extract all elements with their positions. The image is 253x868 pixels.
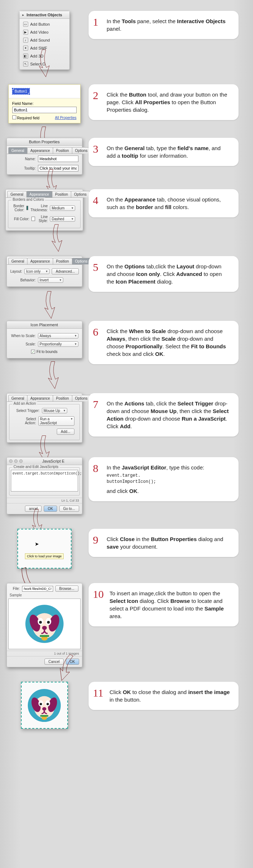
field-name-input[interactable] [12,107,77,113]
instruction-3: 3 On the General tab, type the field's n… [89,138,239,166]
instruction-6: 6 Click the When to Scale drop-down and … [89,321,239,364]
field-name-label: Field Name: [12,101,77,106]
ok-button[interactable]: OK [66,659,79,665]
tab-position[interactable]: Position [53,147,72,154]
select-icon-dialog: File:Browse... Sample 1 out of 1 images … [7,583,82,667]
icon-placement-dialog: Icon Placement When to Scale:Always Scal… [7,321,82,358]
instruction-8: 8 In the JavaScript Editor, type this co… [89,457,239,501]
panel-header: ▸Interactive Objects [20,11,69,19]
tab-position[interactable]: Position [53,258,72,264]
browse-button[interactable]: Browse... [55,586,78,592]
instruction-5: 5 On the Options tab,click the Layout dr… [89,256,239,292]
video-icon: ▶ [23,30,28,35]
tab-general[interactable]: General [8,258,28,264]
tab-position[interactable]: Position [52,191,72,197]
instruction-9: 9 Click Close in the Button Properties d… [89,529,239,557]
tab-general[interactable]: General [8,395,28,401]
thickness-select[interactable]: Medium [50,205,75,211]
instruction-2: 2 Click the Button tool, and draw your b… [89,84,239,120]
button-canvas: Button1 [9,85,80,98]
required-field-row[interactable]: Required field [12,115,40,120]
goto-button[interactable]: Go to... [59,506,79,512]
fit-to-bounds-checkbox[interactable]: ✓ [31,350,35,354]
border-color-swatch[interactable] [26,206,28,210]
tool-add-sound[interactable]: ♪Add Sound [20,36,69,44]
dialog-title: Button Properties [7,138,82,146]
dog-image [27,688,61,723]
name-input[interactable] [38,156,78,162]
file-path-input[interactable] [22,586,53,592]
instruction-1: 1 In the Tools pane, select the Interact… [89,11,239,39]
fill-color-swatch[interactable] [31,217,35,221]
button-properties-actions: General Appearance Position Options Acti… [7,393,82,443]
tab-position[interactable]: Position [53,395,72,401]
scale-select[interactable]: Proportionally [38,341,78,347]
image-count: 1 out of 1 images [7,651,82,656]
tool-select-object[interactable]: ↖Select O [20,60,69,68]
interactive-objects-panel: ▸Interactive Objects ▭Add Button ▶Add Vi… [19,11,70,70]
button-properties-general: Button Properties General Appearance Pos… [7,138,82,175]
tab-appearance[interactable]: Appearance [27,147,53,154]
checkbox-icon [12,115,16,119]
cube-icon: ◧ [23,54,28,59]
dialog-title: Icon Placement [7,321,82,329]
cursor-icon: ➤ [35,541,39,547]
tool-add-3d[interactable]: ◧Add 3D [20,52,69,60]
field-name-panel: Button1 Field Name: Required field All P… [8,84,81,123]
sample-area [8,599,81,649]
button-preview[interactable]: Button1 [12,88,30,94]
add-button[interactable]: Add... [57,429,74,435]
dog-image [25,604,64,644]
button-placeholder[interactable]: ➤ Click to load your image [17,529,72,569]
instruction-10: 10 To insert an image,click the button t… [89,583,239,626]
js-textarea[interactable]: event.target.buttonImportIcon(); [11,470,78,492]
button-properties-options: General Appearance Position Options Acti… [7,256,82,287]
ok-button[interactable]: OK [44,506,57,512]
button-icon: ▭ [23,22,28,27]
trigger-select[interactable]: Mouse Up [42,408,67,413]
javascript-editor-dialog: JavaScript E Create and Edit JavaScripts… [7,457,82,514]
instruction-4: 4 On the Appearance tab, choose visual o… [89,189,239,217]
tab-appearance[interactable]: Appearance [27,395,53,401]
status-line: Ln 1, Col 33 [7,498,82,503]
swf-icon: ✦ [23,46,28,51]
instruction-11: 11 Click OK to close the dialog and inse… [89,682,239,710]
button-with-image[interactable] [21,682,68,729]
tab-general[interactable]: General [7,191,27,197]
tool-add-video[interactable]: ▶Add Video [20,28,69,36]
tool-add-button[interactable]: ▭Add Button [20,20,69,28]
when-to-scale-select[interactable]: Always [38,333,78,339]
behavior-select[interactable]: Invert [38,277,63,283]
sound-icon: ♪ [23,38,28,43]
all-properties-link[interactable]: All Properties [55,116,76,120]
tab-general[interactable]: General [8,147,28,154]
cancel-button[interactable]: Cancel [44,659,64,665]
style-select[interactable]: Dashed [50,216,75,222]
action-select[interactable]: Run a JavaScript [38,416,74,426]
cancel-button[interactable]: ancel [25,506,42,512]
advanced-button[interactable]: Advanced... [52,268,79,275]
tab-appearance[interactable]: Appearance [26,191,52,197]
instruction-7: 7 On the Actions tab, click the Select T… [89,393,239,437]
tooltip-input[interactable] [38,165,78,171]
pointer-icon: ↖ [23,61,28,67]
tab-appearance[interactable]: Appearance [27,258,53,264]
button-properties-appearance: General Appearance Position Options Acti… [5,189,83,231]
tooltip: Click to load your image [25,553,63,559]
layout-select[interactable]: Icon only [24,269,50,274]
tool-add-swf[interactable]: ✦Add SWF [20,44,69,52]
